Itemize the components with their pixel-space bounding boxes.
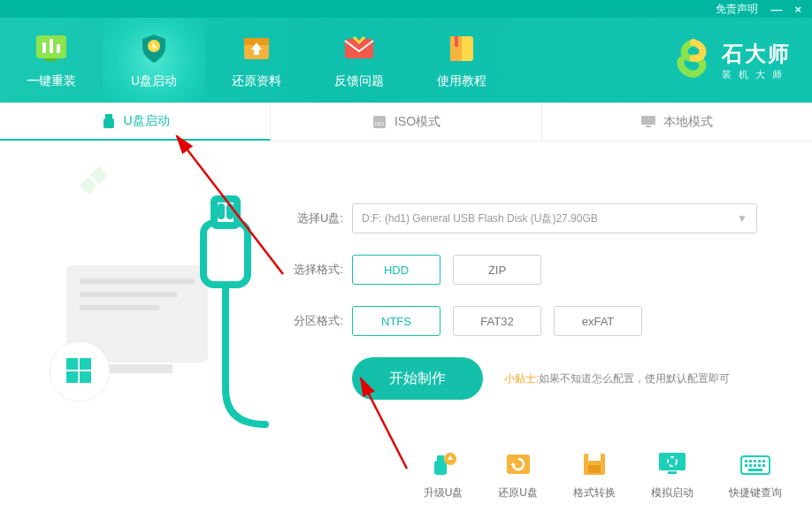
svg-rect-39 xyxy=(659,453,686,470)
svg-rect-52 xyxy=(762,464,765,467)
brand-title: 石大师 xyxy=(722,40,791,68)
nav-tutorial[interactable]: 使用教程 xyxy=(410,18,513,103)
bottom-toolbar: 升级U盘 还原U盘 格式转换 模拟启动 快捷键查询 xyxy=(0,436,812,512)
svg-rect-24 xyxy=(66,358,78,370)
tool-upgrade-usb[interactable]: 升级U盘 xyxy=(424,448,463,501)
tip-prefix: 小贴士: xyxy=(504,372,539,385)
svg-rect-50 xyxy=(754,464,756,467)
svg-rect-49 xyxy=(749,464,752,467)
nav-label: U盘启动 xyxy=(131,73,177,89)
svg-rect-17 xyxy=(646,126,651,127)
monitor-loading-icon xyxy=(656,448,688,480)
partition-option-ntfs[interactable]: NTFS xyxy=(352,306,440,336)
envelope-icon xyxy=(340,31,379,66)
svg-rect-33 xyxy=(437,455,444,462)
svg-rect-28 xyxy=(203,223,248,285)
monitor-icon xyxy=(640,114,656,130)
nav-feedback[interactable]: 反馈问题 xyxy=(308,18,410,103)
svg-rect-21 xyxy=(80,305,159,310)
floppy-icon xyxy=(578,448,610,480)
svg-text:ISO: ISO xyxy=(375,121,385,126)
tool-format-convert[interactable]: 格式转换 xyxy=(573,448,616,501)
iso-icon: ISO xyxy=(372,114,387,130)
main-panel: 选择U盘: D:F: (hd1) General USB Flash Disk … xyxy=(0,141,812,512)
usb-icon xyxy=(101,113,117,129)
svg-rect-12 xyxy=(105,114,112,118)
tab-label: 本地模式 xyxy=(663,114,713,130)
svg-rect-35 xyxy=(507,455,530,474)
book-icon xyxy=(442,31,481,66)
brand-logo-icon xyxy=(674,39,713,81)
close-button[interactable]: × xyxy=(794,3,801,16)
svg-rect-3 xyxy=(57,44,60,53)
tool-label: 升级U盘 xyxy=(424,485,463,501)
nav-label: 一键重装 xyxy=(27,73,76,89)
keyboard-icon xyxy=(739,448,771,480)
nav-restore-data[interactable]: 还原资料 xyxy=(205,18,308,103)
tab-label: U盘启动 xyxy=(124,113,170,129)
svg-rect-40 xyxy=(668,471,677,474)
format-option-zip[interactable]: ZIP xyxy=(453,255,541,285)
svg-rect-48 xyxy=(745,464,747,467)
tool-restore-usb[interactable]: 还原U盘 xyxy=(498,448,538,501)
tool-label: 格式转换 xyxy=(573,485,616,501)
sub-tabs: U盘启动 ISO ISO模式 本地模式 xyxy=(0,103,812,141)
usb-illustration xyxy=(18,168,257,433)
start-button[interactable]: 开始制作 xyxy=(352,357,483,400)
nav-label: 还原资料 xyxy=(232,73,281,89)
svg-rect-13 xyxy=(103,118,114,128)
svg-rect-22 xyxy=(102,364,172,373)
main-nav: 一键重装 U盘启动 还原资料 反馈问题 使用教程 石大师 装机大师 xyxy=(0,18,812,103)
svg-rect-20 xyxy=(80,292,177,297)
tab-usb-boot[interactable]: U盘启动 xyxy=(0,103,271,141)
svg-rect-29 xyxy=(214,199,237,225)
svg-rect-25 xyxy=(80,358,91,370)
svg-rect-2 xyxy=(50,39,53,53)
nav-one-click-reinstall[interactable]: 一键重装 xyxy=(0,18,103,103)
svg-rect-16 xyxy=(641,116,655,125)
chevron-down-icon: ▼ xyxy=(737,212,747,225)
svg-rect-47 xyxy=(762,460,765,462)
tab-local-mode[interactable]: 本地模式 xyxy=(542,103,812,141)
chart-icon xyxy=(32,31,71,66)
svg-rect-4 xyxy=(45,58,57,61)
svg-rect-26 xyxy=(66,371,78,383)
svg-rect-11 xyxy=(455,36,458,47)
brand-subtitle: 装机大师 xyxy=(722,68,789,81)
format-label: 选择格式: xyxy=(280,262,343,278)
usb-select-label: 选择U盘: xyxy=(280,210,343,226)
minimize-button[interactable]: — xyxy=(770,3,782,16)
svg-rect-1 xyxy=(42,42,46,53)
tab-label: ISO模式 xyxy=(395,114,440,130)
format-option-hdd[interactable]: HDD xyxy=(352,255,440,285)
partition-option-fat32[interactable]: FAT32 xyxy=(453,306,541,336)
tab-iso-mode[interactable]: ISO ISO模式 xyxy=(271,103,541,141)
partition-option-exfat[interactable]: exFAT xyxy=(554,306,642,336)
svg-rect-43 xyxy=(745,460,747,462)
tool-simulate-boot[interactable]: 模拟启动 xyxy=(651,448,693,501)
nav-label: 使用教程 xyxy=(437,73,486,89)
usb-select-value: D:F: (hd1) General USB Flash Disk (U盘)27… xyxy=(362,211,598,226)
svg-rect-51 xyxy=(758,464,761,467)
tool-label: 模拟启动 xyxy=(651,485,693,501)
svg-rect-45 xyxy=(754,460,756,462)
restore-icon xyxy=(502,448,534,480)
tool-label: 快捷键查询 xyxy=(729,485,782,501)
svg-rect-38 xyxy=(588,465,601,473)
svg-rect-37 xyxy=(588,454,601,461)
usb-select[interactable]: D:F: (hd1) General USB Flash Disk (U盘)27… xyxy=(352,203,757,233)
tool-label: 还原U盘 xyxy=(498,485,538,501)
svg-rect-46 xyxy=(758,460,761,462)
svg-rect-53 xyxy=(748,469,762,471)
shield-icon xyxy=(134,31,173,66)
disclaimer-link[interactable]: 免责声明 xyxy=(716,2,758,17)
nav-label: 反馈问题 xyxy=(334,73,384,89)
brand: 石大师 装机大师 xyxy=(674,18,812,103)
svg-rect-32 xyxy=(434,461,447,475)
upload-box-icon xyxy=(237,31,276,66)
nav-usb-boot[interactable]: U盘启动 xyxy=(103,18,205,103)
tool-hotkey-query[interactable]: 快捷键查询 xyxy=(729,448,782,501)
partition-label: 分区格式: xyxy=(280,313,343,329)
usb-up-icon xyxy=(427,448,459,480)
config-form: 选择U盘: D:F: (hd1) General USB Flash Disk … xyxy=(280,203,757,400)
